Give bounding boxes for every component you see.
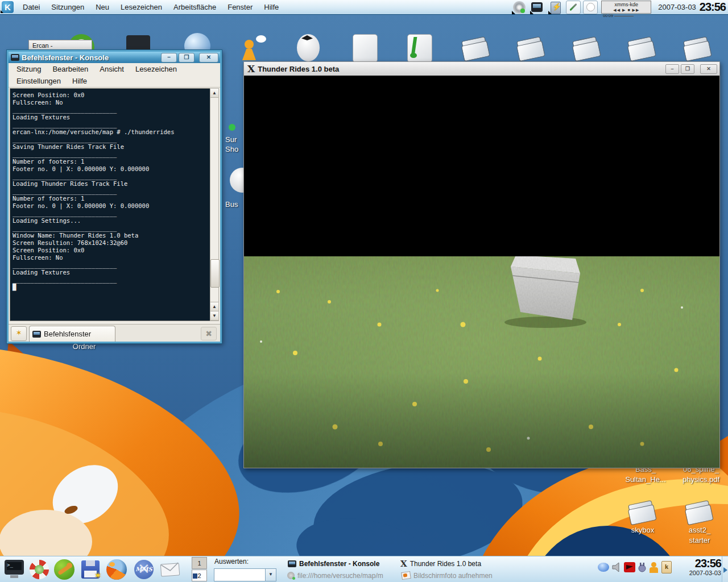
minimize-button[interactable]: – [665, 64, 679, 74]
mms-launcher[interactable]: ✕ MMS [133, 559, 155, 580]
folder-desktop-icon-3[interactable] [573, 36, 599, 59]
konsole-tray-icon[interactable] [531, 1, 544, 14]
konsole-menu-item[interactable]: Ansicht [94, 63, 130, 75]
circle-button[interactable] [583, 1, 598, 14]
task-label: Bildschirmfoto aufnehmen [413, 572, 493, 580]
terminal-scrollbar[interactable]: ▲ ▲ ▼ [210, 88, 219, 321]
thunder-titlebar[interactable]: X Thunder Rides 1.0 beta – ❐ ✕ [244, 62, 719, 76]
scrollbar-thumb[interactable] [210, 259, 220, 288]
power-plug-tray-icon[interactable] [637, 562, 647, 573]
konsole-launcher[interactable]: >_ [3, 559, 25, 580]
music-note-head-icon [410, 53, 417, 58]
top-menubar-panel: K DateiSitzungenNeuLesezeichenArbeitsflä… [0, 0, 728, 15]
scroll-up-button[interactable]: ▲ [210, 89, 218, 98]
folder-desktop-icon-4[interactable] [628, 36, 654, 59]
desktop-label-asst2-1[interactable]: asst2_ [671, 526, 728, 534]
skybox-folder-icon[interactable] [628, 500, 655, 523]
close-button[interactable]: ✕ [199, 53, 218, 63]
task-file-browser[interactable]: file:///home/versuche/map/m [286, 570, 397, 581]
konsole-menu-item[interactable]: Lesezeichen [130, 63, 183, 75]
pager-desktop-1[interactable]: 1 [192, 557, 207, 569]
dvd-tray-icon[interactable] [513, 1, 526, 14]
asst2-folder-icon[interactable] [685, 500, 712, 523]
minimize-button[interactable]: – [161, 53, 177, 63]
monitor-stand-icon [10, 575, 18, 578]
floppy-disk-icon: ✶ [81, 560, 100, 579]
maximize-button[interactable]: ❐ [179, 53, 195, 63]
folder-desktop-icon-1[interactable] [462, 36, 488, 59]
kde-menu-icon[interactable]: K [2, 1, 14, 13]
volume-tray-icon[interactable] [611, 562, 622, 573]
mail-launcher[interactable] [159, 559, 181, 580]
chat-person-desktop-icon[interactable] [241, 35, 267, 61]
menubar-item[interactable]: Hilfe [258, 0, 284, 14]
clock-desktop-icon[interactable] [297, 34, 320, 61]
color-picker-button[interactable] [566, 1, 581, 14]
new-session-button[interactable]: ✶ [11, 326, 27, 341]
circle-icon [586, 3, 595, 11]
scroll-up-button-2[interactable]: ▲ [210, 302, 218, 311]
speech-bubble-icon [256, 35, 266, 43]
game-sky[interactable] [244, 76, 719, 256]
combo-dropdown-button[interactable]: ▼ [265, 569, 276, 581]
x11-icon: X [247, 63, 255, 74]
desktop-label-sho[interactable]: Sho [225, 145, 238, 153]
konsole-menu-item[interactable]: Bearbeiten [47, 63, 94, 75]
star-badge-icon: ✶ [94, 570, 102, 581]
maximize-button[interactable]: ❐ [681, 64, 694, 74]
music-file-desktop-icon[interactable] [407, 34, 432, 63]
xmms-slider[interactable] [614, 16, 634, 16]
caret-icon [548, 11, 552, 14]
menubar-item[interactable]: Datei [17, 0, 46, 14]
amarok-tray-icon[interactable] [624, 562, 635, 572]
orb-tray-icon[interactable] [598, 563, 609, 572]
document-desktop-icon[interactable] [353, 34, 378, 63]
close-session-button[interactable]: ✖ [201, 327, 217, 340]
panel-clock-applet[interactable]: 23:56 2007-03-03 [680, 557, 721, 576]
konsole-titlebar[interactable]: Befehlsfenster - Konsole – ❐ ✕ [9, 52, 220, 63]
panel-clock[interactable]: 23:56 [700, 1, 726, 14]
task-thunder-rides[interactable]: X Thunder Rides 1.0 beta [400, 558, 514, 569]
menubar-item[interactable]: Sitzungen [46, 0, 90, 14]
desktop-label-bus[interactable]: Bus [225, 200, 238, 209]
panel-hide-button[interactable] [722, 556, 728, 582]
menubar-item[interactable]: Arbeitsfläche [168, 0, 222, 14]
folder-desktop-icon-5[interactable] [684, 36, 710, 59]
task-label: Thunder Rides 1.0 beta [410, 560, 481, 568]
klipper-tray-icon[interactable]: k [661, 561, 672, 573]
tab-befehlsfenster[interactable]: Befehlsfenster [29, 326, 115, 342]
kicker-panel: >_ ✶ ✕ MMS [0, 556, 728, 582]
task-screenshot[interactable]: Bildschirmfoto aufnehmen [400, 570, 514, 581]
desktop-label-spline-2[interactable]: physics.pdf [674, 475, 728, 484]
konsole-menu-item[interactable]: Einstellungen [11, 75, 67, 87]
suse-help-launcher[interactable] [28, 559, 50, 580]
desktop-label-asst2-2[interactable]: starter [671, 536, 728, 544]
desktop-label-skybox[interactable]: skybox [611, 526, 674, 534]
desktop-label-sur[interactable]: Sur [225, 135, 237, 144]
firefox-launcher[interactable] [106, 559, 127, 580]
folder-desktop-icon-2[interactable] [517, 36, 543, 59]
kopete-tray-icon[interactable] [649, 562, 658, 573]
close-button[interactable]: ✕ [700, 64, 717, 74]
terminal-icon [11, 54, 19, 61]
xmms-transport-controls[interactable]: ◀◀ ▶ ■ ▶▶ [602, 7, 651, 13]
desktop-label-bass-2[interactable]: Sultan_He... [614, 475, 677, 484]
menubar-item[interactable]: Lesezeichen [115, 0, 168, 14]
background-window-fragment[interactable]: Ercan - [28, 40, 92, 51]
yast-launcher[interactable] [53, 559, 75, 580]
task-konsole[interactable]: Befehlsfenster - Konsole [286, 558, 397, 569]
konsole-menu-item[interactable]: Sitzung [11, 63, 47, 75]
klipper-tray-icon[interactable] [549, 1, 562, 14]
auswerten-combobox[interactable]: ▼ [214, 568, 276, 581]
scroll-down-button[interactable]: ▼ [210, 311, 218, 321]
pager-desktop-2[interactable]: 2 [192, 569, 207, 581]
desktop-label-ordner[interactable]: Ordner [50, 342, 118, 351]
task-label: file:///home/versuche/map/m [297, 572, 383, 580]
konsole-menu-item[interactable]: Hilfe [67, 75, 93, 87]
terminal-view[interactable]: Screen Position: 0x0 Fullscreen: No ____… [10, 88, 210, 321]
menubar-item[interactable]: Neu [90, 0, 115, 14]
menubar-item[interactable]: Fenster [222, 0, 258, 14]
game-grass-field[interactable] [244, 256, 719, 468]
xmms-kde-applet[interactable]: xmms-kde ◀◀ ▶ ■ ▶▶ 00:09 [601, 1, 651, 14]
save-session-launcher[interactable]: ✶ [80, 559, 101, 580]
